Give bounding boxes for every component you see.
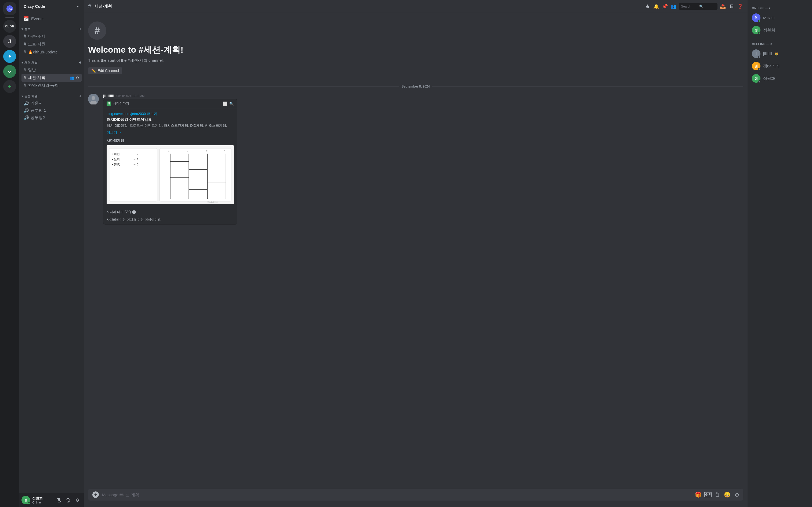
server-icon-dizzy[interactable]: DC xyxy=(3,2,16,15)
server-icon-cloe[interactable]: CLOE xyxy=(3,20,16,33)
input-actions: 🎁 GIF 🗒 😀 ⊕ xyxy=(694,490,741,499)
category-header-info[interactable]: ▾ 정보 + xyxy=(19,26,84,33)
server-icon-j[interactable]: J xyxy=(3,35,16,48)
svg-rect-3 xyxy=(6,68,13,75)
sticker-button[interactable]: 🗒 xyxy=(713,490,722,499)
voice-channel-lounge[interactable]: 🔊 라운지 xyxy=(21,100,81,107)
member-avatar-jeonghwanhui: 정 xyxy=(752,26,760,35)
category-add-voice-icon[interactable]: + xyxy=(79,94,81,99)
category-add-icon[interactable]: + xyxy=(79,26,81,32)
inbox-button[interactable]: 📥 xyxy=(719,3,726,10)
voice-channel-study2[interactable]: 🔊 공부방2 xyxy=(21,114,81,121)
member-item-jeonghwanhui[interactable]: 정 정환희 xyxy=(750,24,810,36)
category-name-info: 정보 xyxy=(24,27,31,31)
embed-image: • 치킨 → 2 • 뇨끼 → 1 • 韓式 → 3 xyxy=(107,145,234,204)
svg-text:4: 4 xyxy=(224,149,225,152)
channel-list: 📅 Events ▾ 정보 + # 다른-주제 # 노트-자원 # xyxy=(19,13,84,493)
settings-button[interactable]: ⚙ xyxy=(73,496,81,504)
hash-icon: # xyxy=(23,75,26,80)
channel-item-note-resource[interactable]: # 노트-자원 xyxy=(21,40,81,48)
member-item-jiiiiiiii[interactable]: j jiiiiiiiii 👑 xyxy=(750,48,810,60)
message-input[interactable] xyxy=(100,490,693,500)
help-button[interactable]: ❓ xyxy=(737,3,743,10)
deafen-button[interactable] xyxy=(64,496,72,504)
gif-button[interactable]: GIF xyxy=(703,490,712,499)
user-status: Online xyxy=(32,501,53,504)
activity-button[interactable]: ⊕ xyxy=(733,490,741,499)
member-item-pem64[interactable]: 팸 팸64기가 xyxy=(750,60,810,72)
channel-item-github-update[interactable]: # 🔥github-update xyxy=(21,48,81,56)
edit-channel-button[interactable]: ✏️ Edit Channel xyxy=(88,67,122,74)
pencil-icon: ✏️ xyxy=(91,68,96,73)
channel-item-welcome[interactable]: # 환영-인사와-규칙 xyxy=(21,81,81,90)
svg-text:• 뇨끼: • 뇨끼 xyxy=(112,158,120,161)
add-attachment-button[interactable]: + xyxy=(93,492,99,498)
mute-microphone-button[interactable] xyxy=(55,496,63,504)
server-divider xyxy=(5,17,14,18)
hash-icon: # xyxy=(23,34,26,39)
member-avatar-pem64: 팸 xyxy=(752,62,760,70)
svg-text:© Jetro2030: © Jetro2030 xyxy=(207,201,218,203)
emoji-button[interactable]: 😀 xyxy=(723,490,732,499)
search-bar[interactable]: Search 🔍 xyxy=(679,3,717,10)
welcome-title: Welcome to #세션-계획! xyxy=(88,44,743,56)
member-item-jeongyong[interactable]: 정 정용화 xyxy=(750,72,810,84)
welcome-description: This is the start of the #세션-계획 channel. xyxy=(88,58,743,63)
voice-channel-name: 라운지 xyxy=(31,101,43,106)
member-item-mikio[interactable]: M MIKIO xyxy=(750,12,810,23)
embed-header-left: N 사다리타기 xyxy=(107,101,129,106)
category-voice: ▾ 음성 채널 + 🔊 라운지 🔊 공부방 1 🔊 공부방2 xyxy=(19,94,84,121)
channel-name: 다른-주제 xyxy=(28,34,79,39)
embed-more-link[interactable]: 더보기 → xyxy=(107,130,234,135)
gift-button[interactable]: 🎁 xyxy=(694,490,702,499)
channel-name: 일반 xyxy=(28,67,79,72)
message-avatar xyxy=(88,94,99,105)
online-dot xyxy=(758,32,761,35)
channel-item-general[interactable]: # 일반 xyxy=(21,66,81,74)
voice-channel-study1[interactable]: 🔊 공부방 1 xyxy=(21,107,81,114)
embed-link[interactable]: blog.naver.com/jetro2030 더보기 xyxy=(107,111,234,116)
category-add-chat-icon[interactable]: + xyxy=(79,60,81,65)
date-divider: September 8, 2024 xyxy=(88,84,743,88)
search-embed-icon[interactable]: 🔍 xyxy=(229,102,234,106)
members-icon[interactable]: 👥 xyxy=(70,76,74,80)
server-header[interactable]: Dizzy Code ▼ xyxy=(19,0,84,13)
channel-welcome: # Welcome to #세션-계획! This is the start o… xyxy=(88,17,743,80)
svg-text:2: 2 xyxy=(187,149,188,152)
embed-footer: 사다리 타기 FAQ i xyxy=(103,208,237,216)
channel-item-session-plan[interactable]: # 세션-계획 👥 ⚙ xyxy=(21,74,81,81)
voice-channel-name: 공부방2 xyxy=(31,115,45,120)
category-name-chat: 채팅 채널 xyxy=(24,61,38,65)
message-group: jiiiiiiiii 09/08/2024 10:19 AM N 사다리타기 ⬜… xyxy=(88,93,743,225)
info-icon: i xyxy=(132,210,136,214)
channel-item-other-topic[interactable]: # 다른-주제 xyxy=(21,33,81,40)
svg-rect-8 xyxy=(109,148,157,202)
activity-button[interactable]: 🖥 xyxy=(728,3,735,10)
member-avatar-mikio: M xyxy=(752,13,760,22)
offline-dot xyxy=(758,80,761,83)
notification-button[interactable]: 🔔 xyxy=(653,3,659,10)
expand-icon[interactable]: ⬜ xyxy=(223,102,227,106)
speaker-icon: 🔊 xyxy=(23,115,29,120)
welcome-icon: # xyxy=(88,21,106,40)
member-avatar-jiiiiiiii: j xyxy=(752,49,760,58)
server-icon-green[interactable] xyxy=(3,65,16,78)
add-server-button[interactable]: + xyxy=(3,80,16,93)
header-actions: 🔔 📌 👥 Search 🔍 📥 🖥 ❓ xyxy=(644,3,743,10)
pin-button[interactable]: 📌 xyxy=(661,3,668,10)
category-header-voice[interactable]: ▾ 음성 채널 + xyxy=(19,94,84,100)
message-input-box: + 🎁 GIF 🗒 😀 ⊕ xyxy=(88,489,743,501)
message-author[interactable]: jiiiiiiiii xyxy=(103,93,114,98)
sidebar-item-events[interactable]: 📅 Events xyxy=(21,15,81,22)
server-icon-blue[interactable] xyxy=(3,50,16,63)
settings-icon[interactable]: ⚙ xyxy=(75,76,79,80)
online-section-title: ONLINE — 2 xyxy=(750,4,810,11)
member-name-pem64: 팸64기가 xyxy=(763,64,780,69)
svg-text:1: 1 xyxy=(168,149,169,152)
category-header-chat[interactable]: ▾ 채팅 채널 + xyxy=(19,60,84,66)
speaker-icon: 🔊 xyxy=(23,101,29,106)
svg-text:3: 3 xyxy=(206,149,207,152)
message-embed: N 사다리타기 ⬜ 🔍 blog.naver.com/jetro2030 더보기… xyxy=(103,99,237,225)
boost-button[interactable] xyxy=(644,3,651,10)
members-button[interactable]: 👥 xyxy=(670,3,677,10)
